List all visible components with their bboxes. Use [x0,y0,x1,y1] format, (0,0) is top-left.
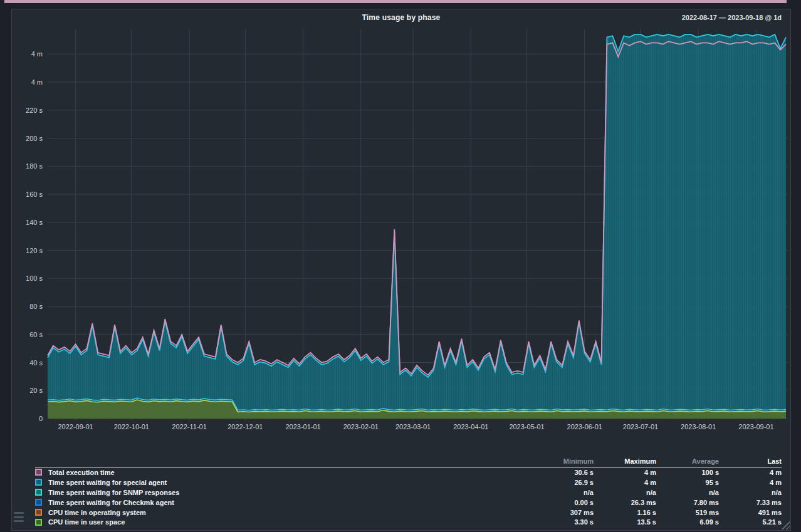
legend-row[interactable]: Total execution time 30.6 s 4 m 100 s 4 … [35,467,782,477]
series-minimum: 26.9 s [531,479,594,486]
svg-text:2023-06-01: 2023-06-01 [567,423,602,430]
series-minimum: 3.30 s [531,518,594,526]
svg-text:2023-05-01: 2023-05-01 [509,423,544,430]
svg-text:100 s: 100 s [26,274,43,282]
series-color-swatch [35,519,42,526]
svg-text:120 s: 120 s [26,247,43,254]
page: Time usage by phase 2022-08-17 — 2023-09… [0,0,801,532]
series-last: 4 m [719,479,782,486]
top-accent-bar [4,0,787,3]
legend-row[interactable]: Time spent waiting for SNMP responses n/… [35,488,782,498]
series-last: 491 ms [719,509,782,516]
series-label: Total execution time [48,469,531,476]
svg-text:4 m: 4 m [31,78,43,86]
series-last: n/a [719,489,782,496]
series-minimum: 307 ms [531,509,594,516]
series-last: 7.33 ms [719,499,782,506]
svg-text:2023-02-01: 2023-02-01 [343,423,379,430]
svg-text:40 s: 40 s [29,359,43,367]
series-color-swatch [35,489,42,496]
series-maximum: n/a [594,489,656,496]
column-header-last: Last [719,457,782,465]
series-label: CPU time in user space [48,518,531,526]
series-minimum: 30.6 s [531,469,594,476]
svg-text:180 s: 180 s [26,162,43,170]
series-label: Time spent waiting for Checkmk agent [48,499,531,506]
svg-text:220 s: 220 s [26,107,43,114]
svg-text:2023-07-01: 2023-07-01 [623,423,658,430]
series-maximum: 4 m [594,479,656,486]
series-average: 100 s [656,469,719,476]
series-average: 7.80 ms [656,499,719,506]
svg-text:60 s: 60 s [29,331,43,338]
svg-text:140 s: 140 s [26,219,43,226]
column-header-maximum: Maximum [594,457,656,465]
series-label: Time spent waiting for SNMP responses [48,489,531,496]
legend-header-row: Minimum Maximum Average Last [35,456,782,467]
svg-text:2022-12-01: 2022-12-01 [228,423,263,430]
series-color-swatch [35,469,42,476]
series-minimum: n/a [531,489,594,496]
svg-text:160 s: 160 s [26,190,43,198]
series-average: 6.09 s [656,518,719,526]
series-last: 5.21 s [719,518,782,526]
series-average: 95 s [656,479,719,486]
svg-text:4 m: 4 m [31,50,43,58]
svg-text:2023-01-01: 2023-01-01 [285,423,320,430]
svg-text:2022-10-01: 2022-10-01 [114,423,149,430]
legend-row[interactable]: CPU time in operating system 307 ms 1.16… [35,508,782,518]
svg-text:20 s: 20 s [29,387,43,394]
svg-text:2022-11-01: 2022-11-01 [172,423,206,430]
series-maximum: 1.16 s [594,509,656,516]
menu-icon[interactable] [14,511,24,523]
series-average: n/a [656,489,719,496]
svg-text:2022-09-01: 2022-09-01 [58,423,93,430]
series-last: 4 m [719,469,782,476]
series-average: 519 ms [656,509,719,516]
series-label: Time spent waiting for special agent [48,479,531,486]
time-usage-chart[interactable]: 020 s40 s60 s80 s100 s120 s140 s160 s180… [12,9,790,530]
series-maximum: 4 m [594,469,656,476]
series-color-swatch [35,479,42,486]
series-label: CPU time in operating system [48,509,531,516]
svg-text:80 s: 80 s [29,303,43,310]
legend-row[interactable]: Time spent waiting for special agent 26.… [35,477,782,488]
series-color-swatch [35,509,42,516]
svg-text:2023-08-01: 2023-08-01 [681,423,716,430]
legend-row[interactable]: Time spent waiting for Checkmk agent 0.0… [35,498,782,508]
graph-panel: Time usage by phase 2022-08-17 — 2023-09… [11,9,791,531]
svg-text:2023-04-01: 2023-04-01 [453,423,488,430]
svg-text:200 s: 200 s [26,135,43,142]
legend-row[interactable]: CPU time in user space 3.30 s 13.5 s 6.0… [35,517,782,527]
svg-text:2023-09-01: 2023-09-01 [738,423,773,430]
series-maximum: 13.5 s [594,518,656,526]
column-header-average: Average [656,457,719,465]
column-header-minimum: Minimum [531,457,594,465]
svg-text:0: 0 [39,415,43,422]
series-color-swatch [35,499,42,506]
series-minimum: 0.00 s [531,499,594,506]
svg-text:2023-03-01: 2023-03-01 [395,423,431,430]
legend-table: Minimum Maximum Average Last Total execu… [35,456,782,527]
series-maximum: 26.3 ms [594,499,656,506]
